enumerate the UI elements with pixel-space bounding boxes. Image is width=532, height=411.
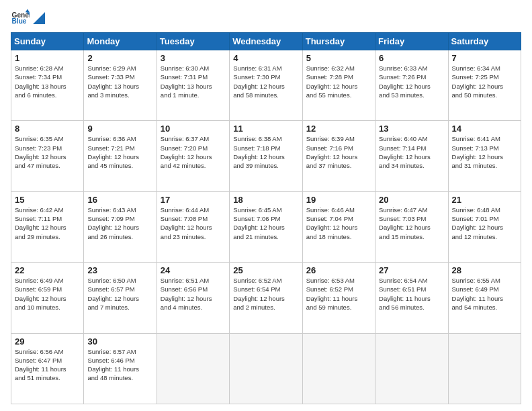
table-row: 12Sunrise: 6:39 AMSunset: 7:16 PMDayligh… [302, 121, 375, 191]
table-row: 23Sunrise: 6:50 AMSunset: 6:57 PMDayligh… [84, 263, 157, 333]
calendar-week-2: 8Sunrise: 6:35 AMSunset: 7:23 PMDaylight… [11, 121, 521, 191]
table-row: 4Sunrise: 6:31 AMSunset: 7:30 PMDaylight… [230, 50, 302, 121]
day-number: 15 [15, 195, 80, 205]
day-info: Sunrise: 6:46 AMSunset: 7:04 PMDaylight:… [306, 205, 371, 241]
day-info: Sunrise: 6:50 AMSunset: 6:57 PMDaylight:… [87, 276, 152, 312]
table-row: 19Sunrise: 6:46 AMSunset: 7:04 PMDayligh… [302, 191, 375, 262]
table-row: 25Sunrise: 6:52 AMSunset: 6:54 PMDayligh… [230, 263, 302, 333]
day-info: Sunrise: 6:33 AMSunset: 7:26 PMDaylight:… [379, 64, 444, 99]
table-row: 14Sunrise: 6:41 AMSunset: 7:13 PMDayligh… [448, 121, 521, 191]
calendar-week-4: 22Sunrise: 6:49 AMSunset: 6:59 PMDayligh… [11, 263, 521, 333]
day-number: 24 [161, 265, 226, 275]
weekday-header-sunday: Sunday [11, 33, 84, 50]
day-info: Sunrise: 6:37 AMSunset: 7:20 PMDaylight:… [161, 134, 226, 170]
day-info: Sunrise: 6:45 AMSunset: 7:06 PMDaylight:… [233, 205, 298, 241]
table-row: 11Sunrise: 6:38 AMSunset: 7:18 PMDayligh… [230, 121, 302, 191]
day-number: 6 [379, 53, 444, 63]
table-row: 21Sunrise: 6:48 AMSunset: 7:01 PMDayligh… [448, 191, 521, 262]
table-row: 16Sunrise: 6:43 AMSunset: 7:09 PMDayligh… [84, 191, 157, 262]
day-info: Sunrise: 6:31 AMSunset: 7:30 PMDaylight:… [233, 64, 298, 99]
table-row [230, 333, 302, 404]
day-info: Sunrise: 6:48 AMSunset: 7:01 PMDaylight:… [452, 205, 517, 241]
day-info: Sunrise: 6:55 AMSunset: 6:49 PMDaylight:… [452, 276, 517, 312]
day-number: 17 [161, 195, 226, 205]
day-number: 21 [452, 195, 517, 205]
table-row [375, 333, 448, 404]
day-number: 23 [87, 265, 152, 275]
table-row: 9Sunrise: 6:36 AMSunset: 7:21 PMDaylight… [84, 121, 157, 191]
day-number: 27 [379, 265, 444, 275]
day-info: Sunrise: 6:41 AMSunset: 7:13 PMDaylight:… [452, 134, 517, 170]
weekday-header-saturday: Saturday [448, 33, 521, 50]
day-number: 13 [379, 124, 444, 134]
page: General Blue SundayMondayT [0, 0, 532, 411]
table-row [157, 333, 229, 404]
day-number: 7 [452, 53, 517, 63]
day-info: Sunrise: 6:29 AMSunset: 7:33 PMDaylight:… [87, 64, 152, 99]
table-row: 3Sunrise: 6:30 AMSunset: 7:31 PMDaylight… [157, 50, 229, 121]
day-number: 8 [15, 124, 80, 134]
table-row [448, 333, 521, 404]
table-row [302, 333, 375, 404]
day-info: Sunrise: 6:44 AMSunset: 7:08 PMDaylight:… [161, 205, 226, 241]
logo-triangle-icon [33, 12, 45, 24]
table-row: 20Sunrise: 6:47 AMSunset: 7:03 PMDayligh… [375, 191, 448, 262]
table-row: 29Sunrise: 6:56 AMSunset: 6:47 PMDayligh… [11, 333, 84, 404]
header: General Blue [11, 8, 521, 27]
table-row: 26Sunrise: 6:53 AMSunset: 6:52 PMDayligh… [302, 263, 375, 333]
day-info: Sunrise: 6:51 AMSunset: 6:56 PMDaylight:… [161, 276, 226, 312]
svg-marker-4 [33, 12, 45, 24]
day-info: Sunrise: 6:53 AMSunset: 6:52 PMDaylight:… [306, 276, 371, 312]
day-number: 2 [87, 53, 152, 63]
day-number: 9 [87, 124, 152, 134]
table-row: 6Sunrise: 6:33 AMSunset: 7:26 PMDaylight… [375, 50, 448, 121]
weekday-header-wednesday: Wednesday [230, 33, 302, 50]
table-row: 30Sunrise: 6:57 AMSunset: 6:46 PMDayligh… [84, 333, 157, 404]
day-number: 29 [15, 336, 80, 347]
day-number: 12 [306, 124, 371, 134]
day-info: Sunrise: 6:43 AMSunset: 7:09 PMDaylight:… [87, 205, 152, 241]
day-info: Sunrise: 6:49 AMSunset: 6:59 PMDaylight:… [15, 276, 80, 312]
day-number: 20 [379, 195, 444, 205]
day-number: 14 [452, 124, 517, 134]
calendar-table: SundayMondayTuesdayWednesdayThursdayFrid… [11, 32, 521, 404]
day-number: 3 [161, 53, 226, 63]
day-info: Sunrise: 6:40 AMSunset: 7:14 PMDaylight:… [379, 134, 444, 170]
table-row: 10Sunrise: 6:37 AMSunset: 7:20 PMDayligh… [157, 121, 229, 191]
svg-marker-2 [26, 9, 30, 13]
calendar-week-3: 15Sunrise: 6:42 AMSunset: 7:11 PMDayligh… [11, 191, 521, 262]
day-info: Sunrise: 6:57 AMSunset: 6:46 PMDaylight:… [87, 347, 152, 383]
day-info: Sunrise: 6:42 AMSunset: 7:11 PMDaylight:… [15, 205, 80, 241]
day-number: 18 [233, 195, 298, 205]
day-info: Sunrise: 6:36 AMSunset: 7:21 PMDaylight:… [87, 134, 152, 170]
weekday-header-row: SundayMondayTuesdayWednesdayThursdayFrid… [11, 33, 521, 50]
day-number: 22 [15, 265, 80, 275]
day-number: 1 [15, 53, 80, 63]
table-row: 18Sunrise: 6:45 AMSunset: 7:06 PMDayligh… [230, 191, 302, 262]
table-row: 13Sunrise: 6:40 AMSunset: 7:14 PMDayligh… [375, 121, 448, 191]
calendar-week-5: 29Sunrise: 6:56 AMSunset: 6:47 PMDayligh… [11, 333, 521, 404]
day-info: Sunrise: 6:38 AMSunset: 7:18 PMDaylight:… [233, 134, 298, 170]
day-number: 25 [233, 265, 298, 275]
day-number: 19 [306, 195, 371, 205]
weekday-header-friday: Friday [375, 33, 448, 50]
day-number: 4 [233, 53, 298, 63]
table-row: 8Sunrise: 6:35 AMSunset: 7:23 PMDaylight… [11, 121, 84, 191]
logo: General Blue [11, 8, 45, 27]
generalblue-logo-icon: General Blue [11, 8, 30, 27]
day-number: 26 [306, 265, 371, 275]
weekday-header-monday: Monday [84, 33, 157, 50]
table-row: 5Sunrise: 6:32 AMSunset: 7:28 PMDaylight… [302, 50, 375, 121]
table-row: 28Sunrise: 6:55 AMSunset: 6:49 PMDayligh… [448, 263, 521, 333]
table-row: 22Sunrise: 6:49 AMSunset: 6:59 PMDayligh… [11, 263, 84, 333]
day-info: Sunrise: 6:52 AMSunset: 6:54 PMDaylight:… [233, 276, 298, 312]
table-row: 1Sunrise: 6:28 AMSunset: 7:34 PMDaylight… [11, 50, 84, 121]
day-number: 16 [87, 195, 152, 205]
table-row: 27Sunrise: 6:54 AMSunset: 6:51 PMDayligh… [375, 263, 448, 333]
day-info: Sunrise: 6:47 AMSunset: 7:03 PMDaylight:… [379, 205, 444, 241]
table-row: 15Sunrise: 6:42 AMSunset: 7:11 PMDayligh… [11, 191, 84, 262]
table-row: 24Sunrise: 6:51 AMSunset: 6:56 PMDayligh… [157, 263, 229, 333]
day-info: Sunrise: 6:56 AMSunset: 6:47 PMDaylight:… [15, 347, 80, 383]
day-number: 10 [161, 124, 226, 134]
calendar-week-1: 1Sunrise: 6:28 AMSunset: 7:34 PMDaylight… [11, 50, 521, 121]
